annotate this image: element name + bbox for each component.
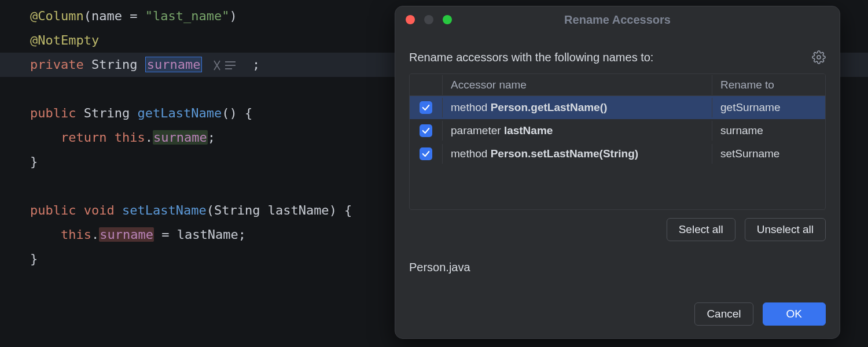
occurrence: surname xyxy=(153,130,208,145)
minimize-icon[interactable] xyxy=(424,15,433,24)
rename-to-cell[interactable]: getSurname xyxy=(712,98,825,117)
dialog-titlebar[interactable]: Rename Accessors xyxy=(395,6,840,33)
col-rename-to[interactable]: Rename to xyxy=(712,75,825,95)
annotation: @NotEmpty xyxy=(30,33,99,47)
close-icon[interactable] xyxy=(406,15,415,24)
file-label: Person.java xyxy=(409,261,826,274)
rename-input[interactable]: surname xyxy=(145,57,203,72)
annotation: @Column xyxy=(30,9,84,23)
table-row[interactable]: method Person.getLastName()getSurname xyxy=(410,96,825,119)
col-accessor-name[interactable]: Accessor name xyxy=(442,75,712,95)
dialog-title: Rename Accessors xyxy=(395,13,840,27)
dialog-instruction: Rename accessors with the following name… xyxy=(409,51,653,64)
inlay-hint-icons[interactable] xyxy=(214,60,241,71)
rename-accessors-dialog: Rename Accessors Rename accessors with t… xyxy=(395,6,840,339)
accessor-name-cell: parameter lastName xyxy=(442,121,712,141)
rename-to-cell[interactable]: setSurname xyxy=(712,144,825,164)
checkbox-icon[interactable] xyxy=(420,147,432,160)
rename-to-cell[interactable]: surname xyxy=(712,121,825,141)
accessors-table: Accessor name Rename to method Person.ge… xyxy=(409,73,826,210)
gear-icon[interactable] xyxy=(812,50,826,64)
unselect-all-button[interactable]: Unselect all xyxy=(745,218,826,241)
table-header: Accessor name Rename to xyxy=(410,74,825,96)
accessor-name-cell: method Person.setLastName(String) xyxy=(442,144,712,164)
accessor-name-cell: method Person.getLastName() xyxy=(442,98,712,117)
svg-point-0 xyxy=(817,56,821,59)
cancel-button[interactable]: Cancel xyxy=(694,302,753,326)
zoom-icon[interactable] xyxy=(443,15,452,24)
table-row[interactable]: parameter lastNamesurname xyxy=(410,119,825,142)
checkbox-icon[interactable] xyxy=(420,124,432,137)
table-row[interactable]: method Person.setLastName(String)setSurn… xyxy=(410,142,825,165)
ok-button[interactable]: OK xyxy=(763,302,826,326)
select-all-button[interactable]: Select all xyxy=(667,218,735,241)
checkbox-icon[interactable] xyxy=(420,101,432,114)
occurrence: surname xyxy=(99,227,154,242)
window-controls xyxy=(406,15,452,24)
